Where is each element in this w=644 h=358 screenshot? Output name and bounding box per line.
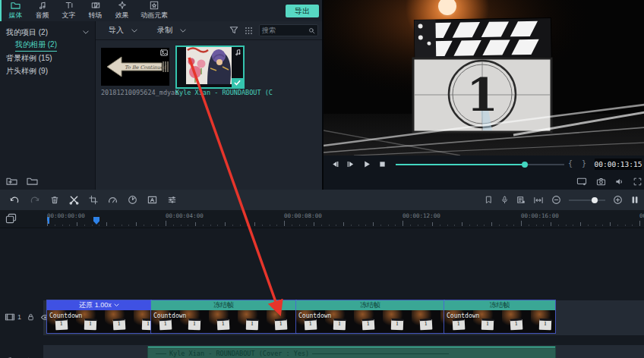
ruler-tick <box>128 225 129 226</box>
record-voiceover-icon[interactable] <box>500 195 509 205</box>
new-folder-icon[interactable] <box>6 176 17 186</box>
tab-media[interactable]: 媒体 <box>2 0 29 21</box>
media-item-video-name[interactable]: 20181210095624_mdyab <box>101 89 178 96</box>
import-chevron-icon[interactable] <box>131 29 137 33</box>
video-track-icon <box>5 312 15 322</box>
play-button[interactable] <box>362 160 371 168</box>
ruler-tick <box>454 225 455 226</box>
ruler-tick <box>284 221 285 226</box>
timeline-zoom-slider[interactable] <box>569 199 605 201</box>
timeline-marker[interactable] <box>93 217 99 225</box>
tab-elements[interactable]: 动画元素 <box>135 0 173 21</box>
export-button[interactable]: 导出 <box>286 5 319 17</box>
tab-audio[interactable]: 音频 <box>29 0 55 21</box>
audio-waveform <box>148 355 555 358</box>
mark-in-out-buttons[interactable]: { } <box>568 159 589 168</box>
ruler-tick <box>254 222 255 226</box>
ruler-tick <box>610 222 611 226</box>
mix-notes-icon[interactable] <box>516 195 526 205</box>
tab-transitions[interactable]: 转场 <box>82 0 109 21</box>
duration-icon[interactable] <box>128 195 137 205</box>
ruler-tick <box>440 225 440 226</box>
media-item-video-thumbnail[interactable]: To Be Continued <box>101 48 169 86</box>
ruler-tick <box>588 225 589 226</box>
clip-filmstrip: 111111Countdown <box>151 310 296 333</box>
preview-secondary-controls <box>576 174 642 189</box>
expand-tracks-icon[interactable] <box>630 195 639 205</box>
volume-icon[interactable] <box>615 177 624 186</box>
sidebar-item-background-samples[interactable]: 背景样例 (15) <box>0 52 95 64</box>
clip-thumbnail: 1 <box>209 310 238 333</box>
manage-tracks-icon[interactable] <box>5 213 17 224</box>
previous-frame-button[interactable] <box>330 160 339 168</box>
filmora-app: 媒体 音频 文字 转场 效果 动画元素 导出 <box>0 0 644 358</box>
video-clip[interactable]: 还原 1.00x1111Countdown <box>47 300 151 333</box>
tab-text[interactable]: 文字 <box>55 0 82 21</box>
grid-view-icon[interactable] <box>245 27 253 35</box>
clip-header-freeze[interactable]: 冻结帧 <box>151 300 296 310</box>
undo-icon[interactable] <box>9 195 20 205</box>
import-button[interactable]: 导入 <box>109 25 124 36</box>
svg-text:1: 1 <box>466 68 498 121</box>
media-item-audio-name[interactable]: Kyle Xian - ROUNDABOUT (C <box>175 89 273 96</box>
audio-mixer-icon[interactable] <box>167 195 177 205</box>
progress-knob[interactable] <box>522 162 528 168</box>
folder-icon <box>11 1 21 10</box>
ruler-tick <box>77 222 77 226</box>
fit-timeline-icon[interactable] <box>533 196 544 205</box>
chroma-key-icon[interactable] <box>147 195 157 205</box>
playback-progress-bar[interactable] <box>396 164 564 165</box>
ruler-tick <box>432 222 433 226</box>
zoom-in-icon[interactable] <box>613 195 623 205</box>
sidebar-item-intro-samples[interactable]: 片头样例 (9) <box>0 65 95 77</box>
record-chevron-icon[interactable] <box>180 29 186 33</box>
search-input[interactable]: 搜索 <box>259 24 318 36</box>
ruler-tick <box>373 222 374 226</box>
ruler-tick <box>195 222 196 226</box>
zoom-out-icon[interactable] <box>551 195 561 205</box>
audio-clip[interactable]: Kyle Xian - ROUNDABOUT (Cover : Yes) <box>148 347 555 358</box>
redo-icon[interactable] <box>30 195 40 205</box>
ruler-tick <box>276 225 277 226</box>
next-frame-button[interactable] <box>346 160 355 168</box>
ruler-tick <box>462 222 462 226</box>
record-button[interactable]: 录制 <box>157 25 172 36</box>
chevron-down-icon[interactable] <box>83 30 89 35</box>
fullscreen-icon[interactable] <box>633 177 642 186</box>
new-smart-folder-icon[interactable] <box>27 176 38 186</box>
media-item-audio-thumbnail[interactable] <box>175 46 245 89</box>
ruler-tick <box>365 225 366 226</box>
ruler-tick <box>151 225 152 226</box>
zoom-slider-knob[interactable] <box>592 197 598 203</box>
speed-icon[interactable] <box>108 195 118 205</box>
delete-icon[interactable] <box>50 195 59 205</box>
clip-header-freeze[interactable]: 冻结帧 <box>296 300 444 310</box>
marker-icon[interactable] <box>485 195 493 205</box>
display-device-icon[interactable] <box>576 177 587 186</box>
active-tab-accent <box>0 0 2 21</box>
ruler-tick <box>484 225 485 226</box>
ruler-tick <box>625 225 626 226</box>
clip-header-speed[interactable]: 还原 1.00x <box>47 300 151 310</box>
clip-header-freeze[interactable]: 冻结帧 <box>444 300 555 310</box>
snapshot-camera-icon[interactable] <box>596 177 606 186</box>
top-tabbar: 媒体 音频 文字 转场 效果 动画元素 导出 <box>0 0 322 22</box>
lock-icon[interactable] <box>27 312 35 322</box>
video-clip[interactable]: 冻结帧1111Countdown <box>444 300 555 333</box>
filter-icon[interactable] <box>229 26 238 35</box>
ruler-tick <box>232 225 233 226</box>
sidebar-item-my-projects[interactable]: 我的项目 (2) <box>0 27 95 38</box>
crop-icon[interactable] <box>89 195 98 205</box>
split-scissors-icon[interactable] <box>69 195 79 205</box>
tab-label: 媒体 <box>9 11 23 20</box>
timeline-ruler[interactable]: 00:00:00:0000:00:04:0000:00:08:0000:00:1… <box>0 210 644 228</box>
ruler-tick <box>247 225 248 226</box>
tab-effects[interactable]: 效果 <box>109 0 135 21</box>
video-clip[interactable]: 冻结帧111111Countdown <box>151 300 296 333</box>
video-clip[interactable]: 冻结帧111111Countdown <box>296 300 444 333</box>
stop-button[interactable] <box>378 160 387 168</box>
ruler-tick <box>314 222 314 226</box>
sidebar-item-my-album[interactable]: 我的相册 (2) <box>0 39 95 51</box>
ruler-tick <box>122 225 122 226</box>
ruler-tick <box>402 221 403 226</box>
